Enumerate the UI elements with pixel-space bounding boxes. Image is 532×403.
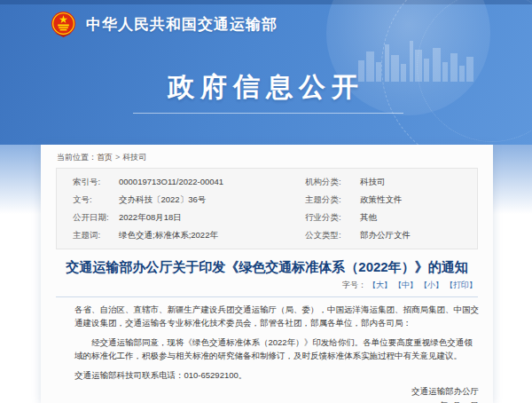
article-paragraph-main: 经交通运输部同意，现将《绿色交通标准体系（2022年）》印发给你们。各单位要高度… bbox=[74, 336, 479, 362]
site-name: 中华人民共和国交通运输部 bbox=[86, 14, 278, 35]
signature-date: 2022年8月10日 bbox=[74, 399, 479, 403]
breadcrumb: 当前位置：首页>科技司 bbox=[41, 145, 493, 168]
signature-issuer: 交通运输部办公厅 bbox=[74, 384, 479, 399]
national-emblem-icon bbox=[50, 11, 77, 38]
signature-block: 交通运输部办公厅 2022年8月10日 bbox=[74, 384, 479, 403]
meta-value-doc-type: 部办公厅文件 bbox=[360, 229, 477, 241]
page-title: 政府信息公开 bbox=[0, 69, 532, 106]
meta-label: 公文类型: bbox=[305, 229, 360, 241]
meta-row-index: 索引号: 000019713O11/2022-00041 机构分类: 科技司 bbox=[57, 173, 477, 191]
meta-row-keywords: 主题词: 绿色交通;标准体系;2022年 公文类型: 部办公厅文件 bbox=[57, 226, 477, 244]
meta-value-topic-category: 政策性文件 bbox=[360, 194, 477, 206]
meta-label: 行业分类: bbox=[305, 211, 360, 224]
meta-row-doc-number: 文号: 交办科技〔2022〕36号 主题分类: 政策性文件 bbox=[57, 191, 477, 209]
breadcrumb-current: 科技司 bbox=[122, 153, 146, 162]
document-meta-table: 索引号: 000019713O11/2022-00041 机构分类: 科技司 文… bbox=[56, 168, 478, 249]
meta-value-org-category: 科技司 bbox=[360, 176, 477, 188]
font-size-controls: 字号：【大】【中】【小】【打印】 bbox=[57, 280, 477, 291]
article-body: 各省、自治区、直辖市、新疆生产建设兵团交通运输厅（局、委），中国远洋海运集团、招… bbox=[74, 303, 479, 403]
hero-header: 中华人民共和国交通运输部 政府信息公开 bbox=[0, 0, 532, 145]
meta-label: 主题分类: bbox=[305, 194, 360, 206]
title-divider bbox=[56, 296, 478, 297]
site-brand[interactable]: 中华人民共和国交通运输部 bbox=[50, 11, 278, 38]
page-title-underline bbox=[133, 113, 403, 114]
meta-label: 主题词: bbox=[73, 229, 119, 241]
font-size-label: 字号： bbox=[342, 281, 366, 289]
article-paragraph-recipients: 各省、自治区、直辖市、新疆生产建设兵团交通运输厅（局、委），中国远洋海运集团、招… bbox=[74, 303, 479, 329]
meta-value-publish-date: 2022年08月18日 bbox=[119, 211, 305, 224]
meta-value-industry-category: 其他 bbox=[360, 211, 477, 224]
meta-row-publish-date: 公开日期: 2022年08月18日 行业分类: 其他 bbox=[57, 209, 477, 226]
meta-label: 文号: bbox=[73, 194, 119, 206]
meta-label: 机构分类: bbox=[305, 176, 360, 188]
breadcrumb-label: 当前位置： bbox=[57, 153, 97, 162]
font-size-large-button[interactable]: 【大】 bbox=[368, 281, 392, 289]
meta-label: 索引号: bbox=[73, 176, 119, 188]
font-size-medium-button[interactable]: 【中】 bbox=[394, 281, 418, 289]
breadcrumb-home-link[interactable]: 首页 bbox=[97, 153, 113, 162]
meta-label: 公开日期: bbox=[73, 211, 119, 224]
content-card: 当前位置：首页>科技司 索引号: 000019713O11/2022-00041… bbox=[41, 145, 493, 403]
article-paragraph-contact: 交通运输部科技司联系电话：010-65292100。 bbox=[74, 368, 479, 382]
breadcrumb-separator: > bbox=[115, 153, 120, 162]
meta-value-doc-number: 交办科技〔2022〕36号 bbox=[119, 194, 305, 206]
font-size-small-button[interactable]: 【小】 bbox=[419, 281, 443, 289]
meta-value-index-number: 000019713O11/2022-00041 bbox=[119, 176, 305, 188]
article-title: 交通运输部办公厅关于印发《绿色交通标准体系（2022年）》的通知 bbox=[59, 259, 475, 275]
meta-value-keywords: 绿色交通;标准体系;2022年 bbox=[119, 229, 305, 241]
print-button[interactable]: 【打印】 bbox=[445, 281, 477, 289]
